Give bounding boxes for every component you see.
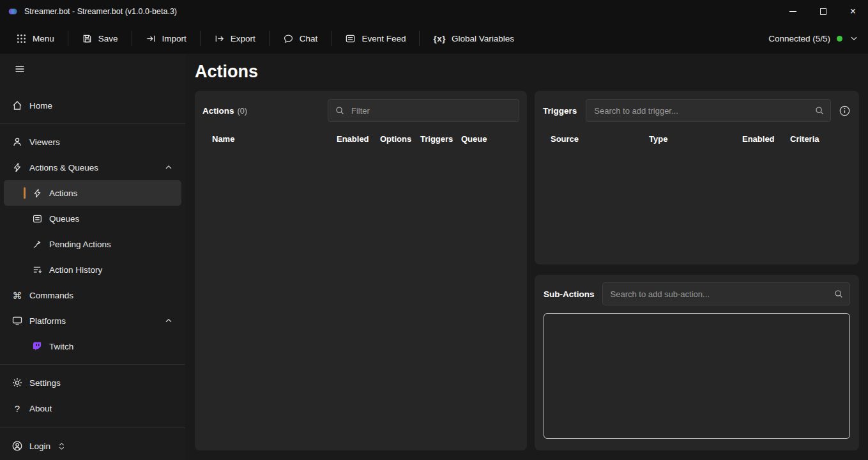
sidebar-item-twitch[interactable]: Twitch <box>4 334 181 359</box>
sidebar-item-actions-queues[interactable]: Actions & Queues <box>4 155 181 180</box>
sidebar-item-about[interactable]: ? About <box>4 395 181 421</box>
home-icon <box>11 100 23 111</box>
sidebar-divider <box>0 427 185 428</box>
toolbar-separator <box>132 31 132 46</box>
search-icon <box>834 289 844 299</box>
column-enabled[interactable]: Enabled <box>742 134 790 144</box>
triggers-panel: Triggers <box>535 91 859 264</box>
sidebar-item-label: Settings <box>29 378 61 388</box>
sidebar-item-login[interactable]: Login <box>4 433 74 459</box>
save-label: Save <box>98 34 118 43</box>
trigger-search-input[interactable] <box>586 99 831 122</box>
column-name[interactable]: Name <box>202 134 337 144</box>
sidebar-item-label: About <box>29 404 52 413</box>
sidebar-item-commands[interactable]: ⌘ Commands <box>4 282 181 308</box>
window-controls: × <box>778 0 868 23</box>
trigger-search <box>586 99 831 122</box>
queues-icon <box>31 213 43 224</box>
import-button[interactable]: Import <box>139 28 194 49</box>
sidebar-item-home[interactable]: Home <box>4 93 181 118</box>
twitch-icon <box>31 341 43 351</box>
actions-count: (0) <box>238 107 247 116</box>
toolbar-separator <box>200 31 201 46</box>
toolbar-separator <box>419 31 420 46</box>
login-user-icon <box>11 440 23 452</box>
column-enabled[interactable]: Enabled <box>337 134 380 144</box>
toolbar-separator <box>269 31 270 46</box>
subaction-search-input[interactable] <box>602 282 851 305</box>
subactions-panel: Sub-Actions <box>535 275 859 450</box>
triggers-table-body-empty <box>543 144 851 256</box>
gear-icon <box>11 377 23 388</box>
actions-filter <box>328 99 519 122</box>
save-button[interactable]: Save <box>75 28 125 49</box>
maximize-button[interactable] <box>808 0 838 23</box>
content-area: Actions(0) Name Enabled <box>195 91 859 450</box>
sidebar-item-settings[interactable]: Settings <box>4 370 181 395</box>
menu-button[interactable]: Menu <box>9 28 61 49</box>
info-icon <box>839 105 851 117</box>
connection-status[interactable]: Connected (5/5) <box>768 33 859 43</box>
column-triggers[interactable]: Triggers <box>420 134 461 144</box>
actions-table-header: Name Enabled Options Triggers Queue <box>202 134 519 144</box>
export-label: Export <box>231 34 255 43</box>
chevron-up-icon <box>164 162 174 172</box>
connection-chevron-down-icon[interactable] <box>849 33 859 43</box>
column-criteria[interactable]: Criteria <box>790 134 851 144</box>
hamburger-icon <box>14 63 26 75</box>
toolbar: Menu Save Import <box>0 23 868 54</box>
sidebar-item-pending-actions[interactable]: Pending Actions <box>4 231 181 257</box>
titlebar: Streamer.bot - Streamer.bot (v1.0.0-beta… <box>0 0 868 23</box>
export-icon <box>214 33 225 44</box>
viewers-icon <box>11 136 23 148</box>
sidebar-item-viewers[interactable]: Viewers <box>4 129 181 155</box>
global-variables-button[interactable]: {x} Global Variables <box>426 29 521 49</box>
sidebar-item-action-history[interactable]: Action History <box>4 257 181 282</box>
chat-label: Chat <box>300 34 318 43</box>
sidebar-item-label: Queues <box>49 214 79 224</box>
global-variables-label: Global Variables <box>452 34 514 43</box>
event-feed-icon <box>345 33 356 44</box>
triggers-info-button[interactable] <box>839 105 851 117</box>
command-icon: ⌘ <box>11 291 23 300</box>
sidebar-item-queues[interactable]: Queues <box>4 206 181 231</box>
export-button[interactable]: Export <box>207 28 263 49</box>
sidebar-item-label: Home <box>29 101 52 111</box>
sidebar-item-label: Twitch <box>49 342 73 351</box>
event-feed-button[interactable]: Event Feed <box>338 28 413 49</box>
actions-panel-title-text: Actions <box>202 106 234 116</box>
sidebar-item-actions[interactable]: Actions <box>4 180 181 206</box>
menu-label: Menu <box>33 34 54 43</box>
global-variables-icon: {x} <box>433 34 446 43</box>
import-label: Import <box>162 34 187 43</box>
expander-updown-icon <box>57 441 66 451</box>
close-button[interactable]: × <box>838 0 868 23</box>
sidebar-toggle-button[interactable] <box>14 63 185 75</box>
column-queue[interactable]: Queue <box>461 134 519 144</box>
sidebar-item-platforms[interactable]: Platforms <box>4 308 181 334</box>
app-body: Home Viewers <box>0 54 868 460</box>
pending-actions-icon <box>31 239 43 250</box>
column-options[interactable]: Options <box>380 134 420 144</box>
lightning-bolt-icon <box>11 162 23 173</box>
column-source[interactable]: Source <box>543 134 649 144</box>
subactions-list-area[interactable] <box>544 313 850 439</box>
close-icon: × <box>850 6 856 17</box>
column-type[interactable]: Type <box>649 134 742 144</box>
filter-input[interactable] <box>328 99 519 122</box>
connection-status-dot <box>837 36 842 42</box>
minimize-icon <box>789 11 796 12</box>
sidebar-item-label: Login <box>29 441 50 451</box>
subactions-panel-title: Sub-Actions <box>544 289 595 299</box>
minimize-button[interactable] <box>778 0 808 23</box>
sidebar-item-label: Viewers <box>29 137 60 147</box>
triggers-panel-title: Triggers <box>543 106 577 116</box>
sidebar-divider <box>0 364 185 365</box>
lightning-bolt-icon <box>31 188 43 199</box>
triggers-table-header: Source Type Enabled Criteria <box>543 134 851 144</box>
search-icon <box>335 105 345 116</box>
platforms-icon <box>11 315 23 326</box>
chat-button[interactable]: Chat <box>276 28 325 49</box>
chat-icon <box>283 33 294 44</box>
chevron-up-icon <box>164 316 174 326</box>
